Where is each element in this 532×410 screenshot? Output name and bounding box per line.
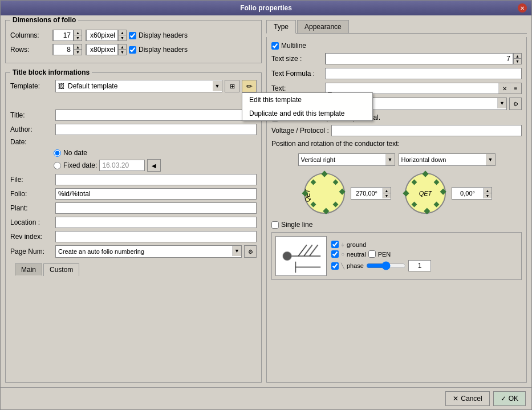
template-view-btn[interactable]: ⊞ bbox=[225, 80, 239, 92]
title-input[interactable] bbox=[55, 109, 257, 121]
cancel-button[interactable]: ✕ Cancel bbox=[445, 391, 489, 406]
voltage-row: Voltage / Protocol : bbox=[271, 125, 522, 136]
author-row: Author: bbox=[10, 124, 257, 135]
phase-slider[interactable] bbox=[366, 262, 406, 270]
vertical-input[interactable]: Vertical right bbox=[299, 154, 385, 165]
text-options-btn[interactable]: ≡ bbox=[510, 83, 521, 94]
columns-up[interactable]: ▲ bbox=[74, 30, 82, 35]
rev-index-input[interactable] bbox=[55, 231, 257, 242]
template-label: Template: bbox=[10, 82, 53, 90]
rows-input[interactable]: 8 bbox=[53, 44, 74, 55]
type-tab[interactable]: Type bbox=[266, 20, 296, 34]
text-size-up[interactable]: ▲ bbox=[513, 54, 521, 59]
close-button[interactable]: ✕ bbox=[518, 3, 527, 13]
rows-header-checkbox[interactable] bbox=[129, 46, 136, 54]
rows-spinner[interactable]: 8 ▲ ▼ bbox=[52, 44, 82, 55]
template-control: 🖼 Default template ▼ ⊞ ✏ Edit this templ… bbox=[55, 80, 257, 92]
no-date-radio[interactable] bbox=[54, 149, 61, 157]
template-input[interactable]: Default template bbox=[67, 80, 213, 92]
folio-row: Folio: %id/%total bbox=[10, 188, 257, 200]
date-picker-btn[interactable]: ◀ bbox=[147, 159, 161, 172]
columns-input[interactable]: 17 bbox=[53, 30, 74, 41]
rows-up[interactable]: ▲ bbox=[74, 44, 82, 50]
phase-check-row: ╲ phase 1 bbox=[331, 260, 431, 271]
horizontal-input[interactable]: Horizontal down bbox=[399, 154, 486, 165]
right-angle-up[interactable]: ▲ bbox=[484, 188, 492, 193]
duplicate-template-item[interactable]: Duplicate and edit this template bbox=[242, 107, 372, 120]
text-formula-input[interactable] bbox=[325, 68, 522, 79]
folio-input[interactable]: %id/%total bbox=[55, 188, 257, 200]
template-dropdown-btn[interactable]: ▼ bbox=[213, 81, 222, 91]
edit-btn-wrapper: ✏ Edit this template Duplicate and edit … bbox=[242, 80, 257, 92]
right-angle-down[interactable]: ▼ bbox=[484, 193, 492, 198]
left-angle-up[interactable]: ▲ bbox=[383, 188, 391, 193]
dialog-title: Folio properties bbox=[14, 4, 518, 12]
left-angle-spinner[interactable]: 270,00° ▲ ▼ bbox=[351, 187, 391, 200]
vertical-dropdown-btn[interactable]: ▼ bbox=[385, 154, 395, 165]
date-label: Date: bbox=[10, 138, 53, 146]
fixed-date-radio[interactable] bbox=[54, 162, 61, 169]
auto-numbering-settings[interactable]: ⚙ bbox=[509, 98, 522, 110]
page-num-input[interactable]: Create an auto folio numbering bbox=[56, 246, 232, 257]
page-num-dropdown-btn[interactable]: ▼ bbox=[232, 246, 241, 256]
phase-checkbox[interactable] bbox=[331, 262, 339, 270]
columns-header-checkbox[interactable] bbox=[129, 32, 136, 39]
right-angle-input[interactable]: 0,00° bbox=[452, 188, 484, 199]
auto-numbering-dropdown[interactable]: ▼ bbox=[497, 98, 506, 108]
folio-properties-dialog: Folio properties ✕ Dimensions of folio C… bbox=[0, 0, 532, 410]
left-circle-container: QET bbox=[302, 171, 347, 216]
template-combo[interactable]: 🖼 Default template ▼ bbox=[55, 80, 222, 92]
rows-unit-input[interactable]: x80pixel bbox=[86, 44, 118, 55]
text-clear-btn[interactable]: ✕ bbox=[498, 83, 510, 94]
single-line-checkbox[interactable] bbox=[271, 221, 279, 229]
rows-unit-spinner[interactable]: x80pixel ▲ ▼ bbox=[86, 44, 127, 55]
columns-unit-spinner[interactable]: x60pixel ▲ ▼ bbox=[86, 30, 127, 41]
pen-checkbox[interactable] bbox=[368, 250, 376, 258]
neutral-checkbox[interactable] bbox=[331, 250, 339, 258]
template-row: Template: 🖼 Default template ▼ ⊞ ✏ bbox=[10, 80, 257, 92]
multiline-checkbox-label[interactable]: Multiline bbox=[271, 42, 306, 50]
fixed-date-input[interactable]: 16.03.20 bbox=[99, 160, 145, 171]
horizontal-select-wrapper[interactable]: Horizontal down ▼ bbox=[399, 153, 496, 166]
text-size-input[interactable]: 7 bbox=[326, 53, 513, 64]
rows-unit-up[interactable]: ▲ bbox=[118, 44, 126, 50]
left-angle-input[interactable]: 270,00° bbox=[351, 188, 383, 199]
single-line-section: ⏚ ground ○ neutral PEN bbox=[271, 232, 522, 280]
vertical-select-wrapper[interactable]: Vertical right ▼ bbox=[298, 153, 395, 166]
no-date-radio-label[interactable]: No date bbox=[54, 149, 257, 157]
tab-custom[interactable]: Custom bbox=[43, 263, 79, 276]
author-input[interactable] bbox=[55, 124, 257, 135]
file-input[interactable] bbox=[55, 174, 257, 185]
template-edit-btn[interactable]: ✏ bbox=[242, 80, 257, 92]
page-num-settings-btn[interactable]: ⚙ bbox=[244, 245, 257, 258]
rows-unit-down[interactable]: ▼ bbox=[118, 50, 126, 55]
columns-spinner[interactable]: 17 ▲ ▼ bbox=[52, 30, 82, 41]
page-num-combo[interactable]: Create an auto folio numbering ▼ bbox=[55, 245, 242, 258]
dimensions-title: Dimensions of folio bbox=[10, 16, 78, 24]
voltage-input[interactable] bbox=[331, 125, 522, 136]
horizontal-dropdown-btn[interactable]: ▼ bbox=[486, 154, 495, 165]
phase-count-input[interactable]: 1 bbox=[408, 260, 431, 271]
rows-down[interactable]: ▼ bbox=[74, 50, 82, 55]
multiline-checkbox[interactable] bbox=[271, 42, 279, 50]
location-input[interactable] bbox=[55, 217, 257, 228]
ok-button[interactable]: ✓ OK bbox=[493, 391, 526, 406]
text-size-down[interactable]: ▼ bbox=[513, 59, 521, 64]
left-angle-down[interactable]: ▼ bbox=[383, 193, 391, 198]
fixed-date-radio-label[interactable]: Fixed date: bbox=[54, 161, 97, 169]
columns-unit-input[interactable]: x60pixel bbox=[86, 30, 118, 41]
right-angle-spinner[interactable]: 0,00° ▲ ▼ bbox=[452, 187, 492, 200]
columns-unit-up[interactable]: ▲ bbox=[118, 30, 126, 35]
single-line-label[interactable]: Single line bbox=[271, 221, 312, 229]
cancel-icon: ✕ bbox=[453, 395, 458, 403]
columns-down[interactable]: ▼ bbox=[74, 35, 82, 40]
columns-unit-down[interactable]: ▼ bbox=[118, 35, 126, 40]
tab-main[interactable]: Main bbox=[15, 263, 42, 276]
position-label: Position and rotation of the conductor t… bbox=[271, 140, 400, 148]
edit-template-item[interactable]: Edit this template bbox=[242, 93, 372, 107]
appearance-tab[interactable]: Appearance bbox=[297, 20, 349, 33]
plant-input[interactable] bbox=[55, 202, 257, 214]
text-size-spinner[interactable]: 7 ▲ ▼ bbox=[325, 53, 522, 64]
right-circle-svg: QET bbox=[403, 171, 448, 216]
ground-checkbox[interactable] bbox=[331, 241, 339, 248]
